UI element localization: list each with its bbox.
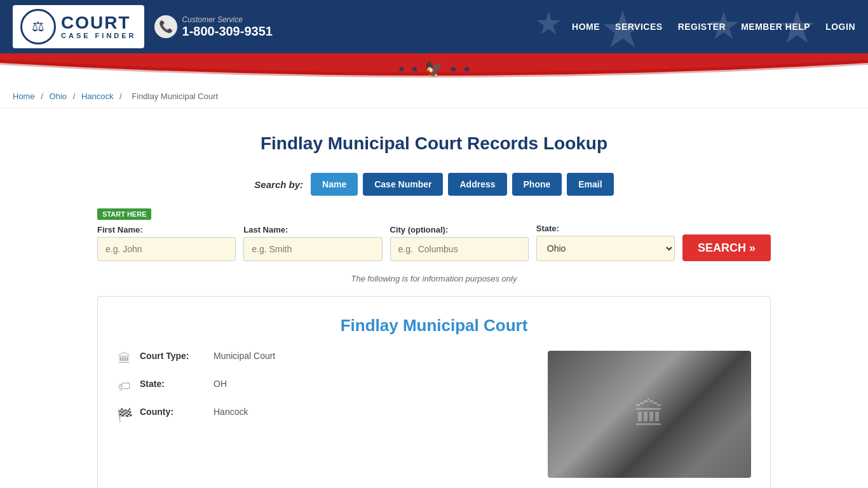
main-content: Findlay Municipal Court Records Lookup S… xyxy=(85,108,783,488)
county-label: County: xyxy=(140,407,203,417)
court-details: 🏛 Court Type: Municipal Court 🏷 State: O… xyxy=(117,351,751,478)
nav-register[interactable]: REGISTER xyxy=(678,22,726,32)
first-name-field: First Name: xyxy=(97,225,236,261)
court-info-type: 🏛 Court Type: Municipal Court xyxy=(117,351,529,366)
first-name-label: First Name: xyxy=(97,225,236,234)
state-field: State: Ohio Alabama Alaska Arizona Arkan… xyxy=(536,224,675,261)
logo-container: COURT CASE FINDER xyxy=(13,5,144,48)
court-image-placeholder: 🏛 xyxy=(548,351,751,478)
breadcrumb-home[interactable]: Home xyxy=(13,92,35,101)
last-name-label: Last Name: xyxy=(243,225,382,234)
state-label-info: State: xyxy=(140,379,203,389)
header-left: COURT CASE FINDER 📞 Customer Service 1-8… xyxy=(13,5,273,48)
court-card-title: Findlay Municipal Court xyxy=(117,316,751,336)
state-icon: 🏷 xyxy=(117,379,132,394)
customer-service-text: Customer Service 1-800-309-9351 xyxy=(182,15,273,39)
breadcrumb-ohio[interactable]: Ohio xyxy=(50,92,67,101)
start-here-badge: START HERE xyxy=(97,208,151,220)
breadcrumb-current: Findlay Municipal Court xyxy=(132,92,218,101)
star-left-2: ★ xyxy=(411,65,418,74)
star-left-1: ★ xyxy=(398,65,405,74)
city-input[interactable] xyxy=(390,237,529,261)
top-navigation: HOME SERVICES REGISTER MEMBER HELP LOGIN xyxy=(572,22,855,32)
court-type-value: Municipal Court xyxy=(214,351,275,361)
info-note: The following is for information purpose… xyxy=(97,274,771,283)
court-info-list: 🏛 Court Type: Municipal Court 🏷 State: O… xyxy=(117,351,529,478)
city-field: City (optional): xyxy=(390,225,529,261)
state-select[interactable]: Ohio Alabama Alaska Arizona Arkansas Cal… xyxy=(536,236,675,261)
logo-case-finder-text: CASE FINDER xyxy=(61,32,137,39)
breadcrumb-separator-3: / xyxy=(119,92,124,101)
tab-address[interactable]: Address xyxy=(448,173,506,196)
banner-wave: ★ ★ 🦅 ★ ★ xyxy=(0,53,868,85)
court-info-state: 🏷 State: OH xyxy=(117,379,529,394)
star-right-1: ★ xyxy=(450,65,457,74)
nav-login[interactable]: LOGIN xyxy=(825,22,855,32)
county-icon: 🏁 xyxy=(117,407,132,423)
breadcrumb-separator-2: / xyxy=(73,92,78,101)
logo-court-text: COURT xyxy=(61,14,137,32)
last-name-field: Last Name: xyxy=(243,225,382,261)
tab-email[interactable]: Email xyxy=(567,173,613,196)
search-form-area: START HERE First Name: Last Name: City (… xyxy=(97,208,771,261)
search-by-row: Search by: Name Case Number Address Phon… xyxy=(97,173,771,196)
court-info-county: 🏁 County: Hancock xyxy=(117,407,529,423)
customer-service: 📞 Customer Service 1-800-309-9351 xyxy=(154,15,273,39)
breadcrumb: Home / Ohio / Hancock / Findlay Municipa… xyxy=(0,85,868,108)
tab-case-number[interactable]: Case Number xyxy=(363,173,443,196)
phone-icon: 📞 xyxy=(154,15,177,38)
customer-service-phone: 1-800-309-9351 xyxy=(182,24,273,39)
star-right-2: ★ xyxy=(463,65,470,74)
last-name-input[interactable] xyxy=(243,237,382,261)
court-card: Findlay Municipal Court 🏛 Court Type: Mu… xyxy=(97,296,771,488)
court-image: 🏛 xyxy=(548,351,751,478)
breadcrumb-hancock[interactable]: Hancock xyxy=(81,92,114,101)
state-label: State: xyxy=(536,224,675,233)
county-value: Hancock xyxy=(214,407,248,417)
first-name-input[interactable] xyxy=(97,237,236,261)
city-label: City (optional): xyxy=(390,225,529,234)
court-type-icon: 🏛 xyxy=(117,351,132,366)
tab-phone[interactable]: Phone xyxy=(512,173,562,196)
logo-emblem xyxy=(20,9,56,44)
logo-text: COURT CASE FINDER xyxy=(61,14,137,39)
eagle-banner: ★ ★ 🦅 ★ ★ xyxy=(398,60,470,78)
form-row: First Name: Last Name: City (optional): … xyxy=(97,224,771,261)
nav-member-help[interactable]: MEMBER HELP xyxy=(741,22,810,32)
search-by-label: Search by: xyxy=(254,179,303,190)
breadcrumb-separator-1: / xyxy=(41,92,45,101)
eagle-icon: 🦅 xyxy=(424,60,444,78)
page-title: Findlay Municipal Court Records Lookup xyxy=(97,133,771,154)
search-button[interactable]: SEARCH » xyxy=(682,234,771,261)
court-type-label: Court Type: xyxy=(140,351,203,361)
nav-services[interactable]: SERVICES xyxy=(615,22,663,32)
nav-home[interactable]: HOME xyxy=(572,22,600,32)
site-header: COURT CASE FINDER 📞 Customer Service 1-8… xyxy=(0,0,868,53)
customer-service-label: Customer Service xyxy=(182,15,273,24)
state-value: OH xyxy=(214,379,227,389)
tab-name[interactable]: Name xyxy=(311,173,358,196)
